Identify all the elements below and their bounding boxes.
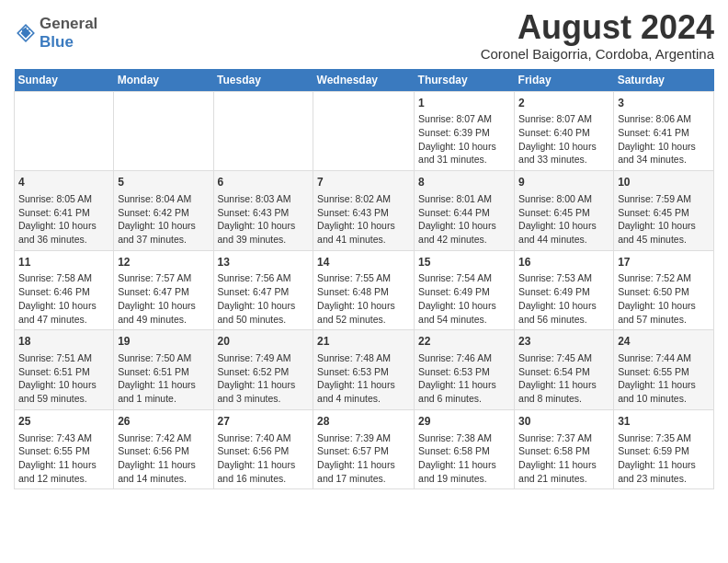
day-number: 24 [618, 334, 710, 350]
logo-blue: Blue [40, 33, 97, 52]
day-cell: 9Sunrise: 8:00 AM Sunset: 6:45 PM Daylig… [515, 171, 614, 251]
day-info: Sunrise: 7:58 AM Sunset: 6:46 PM Dayligh… [18, 272, 97, 324]
day-info: Sunrise: 7:42 AM Sunset: 6:56 PM Dayligh… [118, 432, 196, 484]
day-info: Sunrise: 8:06 AM Sunset: 6:41 PM Dayligh… [618, 113, 696, 165]
week-row-2: 4Sunrise: 8:05 AM Sunset: 6:41 PM Daylig… [15, 171, 714, 251]
day-info: Sunrise: 7:57 AM Sunset: 6:47 PM Dayligh… [118, 272, 196, 324]
day-info: Sunrise: 7:35 AM Sunset: 6:59 PM Dayligh… [618, 432, 696, 484]
day-info: Sunrise: 7:44 AM Sunset: 6:55 PM Dayligh… [618, 352, 696, 404]
day-number: 5 [118, 175, 209, 190]
day-info: Sunrise: 8:07 AM Sunset: 6:40 PM Dayligh… [518, 113, 597, 165]
day-cell: 1Sunrise: 8:07 AM Sunset: 6:39 PM Daylig… [415, 91, 515, 171]
day-info: Sunrise: 7:59 AM Sunset: 6:45 PM Dayligh… [618, 193, 696, 245]
day-cell [313, 91, 415, 171]
day-number: 29 [418, 414, 510, 430]
day-cell: 17Sunrise: 7:52 AM Sunset: 6:50 PM Dayli… [614, 250, 714, 330]
day-number: 18 [18, 334, 109, 350]
day-number: 8 [418, 175, 510, 190]
day-number: 21 [317, 334, 410, 350]
day-cell: 6Sunrise: 8:03 AM Sunset: 6:43 PM Daylig… [213, 171, 313, 251]
day-cell: 14Sunrise: 7:55 AM Sunset: 6:48 PM Dayli… [313, 250, 415, 330]
day-number: 27 [218, 414, 310, 430]
day-cell: 29Sunrise: 7:38 AM Sunset: 6:58 PM Dayli… [415, 409, 515, 489]
day-number: 11 [18, 255, 109, 270]
day-number: 15 [418, 255, 510, 270]
day-number: 7 [317, 175, 410, 190]
day-cell: 27Sunrise: 7:40 AM Sunset: 6:56 PM Dayli… [213, 409, 313, 489]
day-cell: 8Sunrise: 8:01 AM Sunset: 6:44 PM Daylig… [415, 171, 515, 251]
day-info: Sunrise: 7:39 AM Sunset: 6:57 PM Dayligh… [317, 432, 395, 484]
day-number: 16 [518, 255, 609, 270]
header: General Blue August 2024 Coronel Baigorr… [14, 9, 714, 62]
day-info: Sunrise: 8:01 AM Sunset: 6:44 PM Dayligh… [418, 193, 496, 245]
day-info: Sunrise: 7:48 AM Sunset: 6:53 PM Dayligh… [317, 352, 395, 404]
day-cell: 7Sunrise: 8:02 AM Sunset: 6:43 PM Daylig… [313, 171, 415, 251]
day-number: 9 [518, 175, 609, 190]
day-cell [114, 91, 213, 171]
day-number: 13 [218, 255, 310, 270]
day-cell: 30Sunrise: 7:37 AM Sunset: 6:58 PM Dayli… [515, 409, 614, 489]
day-cell: 21Sunrise: 7:48 AM Sunset: 6:53 PM Dayli… [313, 330, 415, 410]
calendar-subtitle: Coronel Baigorria, Cordoba, Argentina [481, 46, 714, 62]
day-info: Sunrise: 8:04 AM Sunset: 6:42 PM Dayligh… [118, 193, 196, 245]
day-cell: 22Sunrise: 7:46 AM Sunset: 6:53 PM Dayli… [415, 330, 515, 410]
day-info: Sunrise: 7:45 AM Sunset: 6:54 PM Dayligh… [518, 352, 597, 404]
day-cell: 26Sunrise: 7:42 AM Sunset: 6:56 PM Dayli… [114, 409, 213, 489]
day-cell: 28Sunrise: 7:39 AM Sunset: 6:57 PM Dayli… [313, 409, 415, 489]
day-number: 19 [118, 334, 209, 350]
day-number: 10 [618, 175, 710, 190]
day-info: Sunrise: 7:50 AM Sunset: 6:51 PM Dayligh… [118, 352, 196, 404]
day-number: 23 [518, 334, 609, 350]
header-tuesday: Tuesday [213, 69, 313, 92]
day-cell: 13Sunrise: 7:56 AM Sunset: 6:47 PM Dayli… [213, 250, 313, 330]
header-monday: Monday [114, 69, 213, 92]
logo-general: General [40, 15, 97, 33]
day-info: Sunrise: 8:05 AM Sunset: 6:41 PM Dayligh… [18, 193, 97, 245]
day-number: 17 [618, 255, 710, 270]
day-info: Sunrise: 8:02 AM Sunset: 6:43 PM Dayligh… [317, 193, 395, 245]
day-cell: 2Sunrise: 8:07 AM Sunset: 6:40 PM Daylig… [515, 91, 614, 171]
day-cell: 20Sunrise: 7:49 AM Sunset: 6:52 PM Dayli… [213, 330, 313, 410]
day-info: Sunrise: 7:38 AM Sunset: 6:58 PM Dayligh… [418, 432, 496, 484]
calendar-table: SundayMondayTuesdayWednesdayThursdayFrid… [14, 69, 714, 490]
logo-icon [16, 23, 36, 43]
day-number: 22 [418, 334, 510, 350]
calendar-title: August 2024 [481, 9, 714, 46]
calendar-header-row: SundayMondayTuesdayWednesdayThursdayFrid… [15, 69, 714, 92]
day-number: 26 [118, 414, 209, 430]
day-number: 3 [618, 96, 710, 111]
day-cell: 18Sunrise: 7:51 AM Sunset: 6:51 PM Dayli… [15, 330, 114, 410]
day-cell: 24Sunrise: 7:44 AM Sunset: 6:55 PM Dayli… [614, 330, 714, 410]
week-row-5: 25Sunrise: 7:43 AM Sunset: 6:55 PM Dayli… [15, 409, 714, 489]
day-cell: 16Sunrise: 7:53 AM Sunset: 6:49 PM Dayli… [515, 250, 614, 330]
day-cell [213, 91, 313, 171]
header-wednesday: Wednesday [313, 69, 415, 92]
day-cell: 19Sunrise: 7:50 AM Sunset: 6:51 PM Dayli… [114, 330, 213, 410]
day-info: Sunrise: 7:55 AM Sunset: 6:48 PM Dayligh… [317, 272, 395, 324]
day-info: Sunrise: 8:00 AM Sunset: 6:45 PM Dayligh… [518, 193, 597, 245]
day-cell: 31Sunrise: 7:35 AM Sunset: 6:59 PM Dayli… [614, 409, 714, 489]
day-cell: 11Sunrise: 7:58 AM Sunset: 6:46 PM Dayli… [15, 250, 114, 330]
header-friday: Friday [515, 69, 614, 92]
day-cell: 4Sunrise: 8:05 AM Sunset: 6:41 PM Daylig… [15, 171, 114, 251]
day-info: Sunrise: 7:56 AM Sunset: 6:47 PM Dayligh… [218, 272, 296, 324]
week-row-4: 18Sunrise: 7:51 AM Sunset: 6:51 PM Dayli… [15, 330, 714, 410]
day-cell [15, 91, 114, 171]
day-cell: 12Sunrise: 7:57 AM Sunset: 6:47 PM Dayli… [114, 250, 213, 330]
day-info: Sunrise: 8:03 AM Sunset: 6:43 PM Dayligh… [218, 193, 296, 245]
day-number: 25 [18, 414, 109, 430]
day-number: 2 [518, 96, 609, 111]
day-number: 4 [18, 175, 109, 190]
day-info: Sunrise: 7:54 AM Sunset: 6:49 PM Dayligh… [418, 272, 496, 324]
header-sunday: Sunday [15, 69, 114, 92]
logo: General Blue [14, 15, 97, 52]
day-number: 6 [218, 175, 310, 190]
day-number: 30 [518, 414, 609, 430]
day-cell: 5Sunrise: 8:04 AM Sunset: 6:42 PM Daylig… [114, 171, 213, 251]
header-saturday: Saturday [614, 69, 714, 92]
day-number: 31 [618, 414, 710, 430]
day-info: Sunrise: 7:49 AM Sunset: 6:52 PM Dayligh… [218, 352, 296, 404]
day-info: Sunrise: 7:53 AM Sunset: 6:49 PM Dayligh… [518, 272, 597, 324]
day-info: Sunrise: 7:46 AM Sunset: 6:53 PM Dayligh… [418, 352, 496, 404]
week-row-1: 1Sunrise: 8:07 AM Sunset: 6:39 PM Daylig… [15, 91, 714, 171]
